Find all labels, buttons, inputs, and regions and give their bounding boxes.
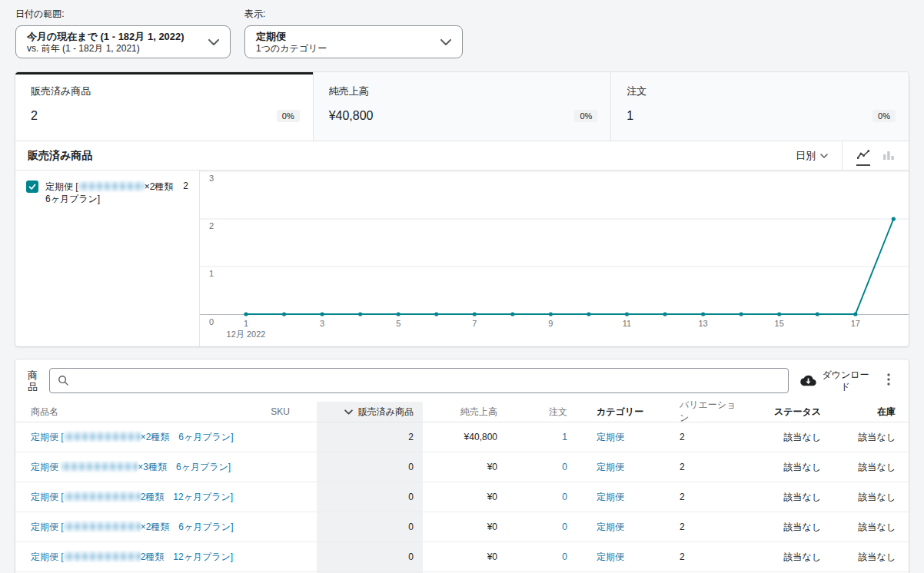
bar-chart-icon[interactable] <box>882 146 895 165</box>
cell-orders: 1 <box>504 422 573 452</box>
cell-sold: 2 <box>317 422 423 452</box>
svg-text:5: 5 <box>396 319 401 328</box>
cell-net_sales: ¥0 <box>423 512 504 542</box>
cell-net_sales: ¥40,800 <box>423 422 504 452</box>
cell-sku <box>215 422 317 452</box>
category-link[interactable]: 定期便 <box>597 431 624 444</box>
svg-text:0: 0 <box>209 317 214 326</box>
chart-title: 販売済み商品 <box>28 149 92 163</box>
view-primary: 定期便 <box>256 30 327 43</box>
col-header-net_sales[interactable]: 純売上高 <box>423 402 504 422</box>
metric-tab-net-sales[interactable]: 純売上高 ¥40,800 0% <box>313 72 611 141</box>
cloud-download-icon <box>800 374 816 387</box>
redacted-product-name <box>64 492 141 502</box>
cell-sold: 0 <box>317 542 423 571</box>
cell-inventory: 該当なし <box>824 452 898 482</box>
metric-title: 注文 <box>627 84 896 98</box>
cell-category: 定期便 <box>573 452 658 482</box>
col-header-orders[interactable]: 注文 <box>504 402 573 422</box>
svg-text:2: 2 <box>209 221 214 230</box>
download-label: ダウンロード <box>822 369 869 392</box>
metric-value: ¥40,800 <box>329 109 374 123</box>
col-header-sold[interactable]: 販売済み商品 <box>317 402 423 422</box>
line-chart-icon[interactable] <box>856 145 870 166</box>
col-header-sku[interactable]: SKU <box>215 402 317 422</box>
legend-checkbox-checked[interactable] <box>26 181 38 193</box>
metric-tab-orders[interactable]: 注文 1 0% <box>610 72 909 141</box>
svg-text:15: 15 <box>775 319 784 328</box>
metric-title: 純売上高 <box>329 84 598 98</box>
orders-link[interactable]: 0 <box>562 522 567 532</box>
download-button[interactable]: ダウンロード <box>799 369 871 392</box>
search-input[interactable] <box>75 369 788 392</box>
cell-inventory: 該当なし <box>824 482 898 512</box>
chevron-down-icon <box>820 154 828 158</box>
date-range-label: 日付の範囲: <box>15 8 231 21</box>
legend-item: 定期便 [×2種類 6ヶ月プラン] 2 <box>26 180 188 205</box>
cell-category: 定期便 <box>573 542 658 571</box>
svg-text:17: 17 <box>851 319 860 328</box>
metric-tab-sold-products[interactable]: 販売済み商品 2 0% <box>15 72 313 141</box>
product-name-link[interactable]: 定期便 [×2種類 6ヶ月プラン] <box>31 431 234 444</box>
granularity-selector[interactable]: 日別 <box>782 141 842 170</box>
cell-variations: 2 <box>658 542 743 571</box>
table-row: 定期便 [2種類 12ヶ月プラン]0¥00定期便2該当なし該当なし <box>15 542 909 572</box>
col-header-variations[interactable]: バリエーション <box>658 402 743 422</box>
product-name-link[interactable]: 定期便 ×3種類 6ヶ月プラン] <box>31 461 231 474</box>
col-header-category[interactable]: カテゴリー <box>573 402 658 422</box>
svg-text:12月 2022: 12月 2022 <box>227 330 266 339</box>
col-header-name[interactable]: 商品名 <box>15 402 215 422</box>
category-link[interactable]: 定期便 <box>597 521 624 534</box>
col-header-status[interactable]: ステータス <box>743 402 824 422</box>
view-selector[interactable]: 定期便 1つのカテゴリー <box>244 25 463 58</box>
cell-net_sales: ¥0 <box>423 542 504 571</box>
date-range-selector[interactable]: 今月の現在まで (1 - 182月 1, 2022) vs. 前年 (1 - 1… <box>15 25 231 58</box>
cell-sku <box>215 482 317 512</box>
chevron-down-icon <box>208 39 219 45</box>
cell-status: 該当なし <box>743 482 824 512</box>
orders-link[interactable]: 0 <box>562 492 567 502</box>
granularity-label: 日別 <box>796 149 816 163</box>
cell-variations: 2 <box>658 482 743 512</box>
view-label: 表示: <box>244 8 463 21</box>
cell-name: 定期便 [×2種類 6ヶ月プラン] <box>15 422 215 452</box>
redacted-product-name <box>78 181 145 191</box>
product-name-link[interactable]: 定期便 [2種類 12ヶ月プラン] <box>31 551 233 564</box>
cell-name: 定期便 [×2種類 6ヶ月プラン] <box>15 512 215 542</box>
category-link[interactable]: 定期便 <box>597 491 624 504</box>
metric-delta-badge: 0% <box>277 110 300 122</box>
cell-net_sales: ¥0 <box>423 482 504 512</box>
redacted-product-name <box>61 462 138 472</box>
product-name-link[interactable]: 定期便 [2種類 12ヶ月プラン] <box>31 491 233 504</box>
orders-link[interactable]: 0 <box>562 551 567 562</box>
svg-text:1: 1 <box>244 319 248 328</box>
kebab-menu-button[interactable] <box>881 370 896 392</box>
cell-status: 該当なし <box>743 452 824 482</box>
report-card: 販売済み商品 2 0% 純売上高 ¥40,800 0% 注文 1 0% <box>15 72 909 346</box>
cell-variations: 2 <box>658 512 743 542</box>
metric-value: 2 <box>31 109 38 123</box>
search-icon <box>58 375 69 386</box>
col-header-inventory[interactable]: 在庫 <box>824 402 898 422</box>
category-link[interactable]: 定期便 <box>597 551 624 564</box>
date-range-secondary: vs. 前年 (1 - 182月 1, 2021) <box>27 43 184 55</box>
category-link[interactable]: 定期便 <box>597 461 624 474</box>
cell-variations: 2 <box>658 422 743 452</box>
metric-delta-badge: 0% <box>574 110 597 122</box>
table-row: 定期便 [×2種類 6ヶ月プラン]2¥40,8001定期便2該当なし該当なし <box>15 422 909 452</box>
chart-body: 定期便 [×2種類 6ヶ月プラン] 2 0123135791113151712月… <box>15 171 909 346</box>
product-name-link[interactable]: 定期便 [×2種類 6ヶ月プラン] <box>31 521 234 534</box>
cell-name: 定期便 [2種類 12ヶ月プラン] <box>15 482 215 512</box>
kebab-menu-icon <box>887 373 890 386</box>
metric-title: 販売済み商品 <box>31 84 300 98</box>
cell-inventory: 該当なし <box>824 512 898 542</box>
search-box <box>49 368 789 393</box>
svg-text:3: 3 <box>320 319 324 328</box>
table-row: 定期便 ×3種類 6ヶ月プラン]0¥00定期便2該当なし該当なし <box>15 452 909 482</box>
view-secondary: 1つのカテゴリー <box>256 43 327 55</box>
svg-text:9: 9 <box>548 319 553 328</box>
orders-link[interactable]: 0 <box>562 462 567 472</box>
orders-link[interactable]: 1 <box>562 432 567 442</box>
date-range-primary: 今月の現在まで (1 - 182月 1, 2022) <box>27 30 184 43</box>
svg-text:1: 1 <box>209 269 214 278</box>
